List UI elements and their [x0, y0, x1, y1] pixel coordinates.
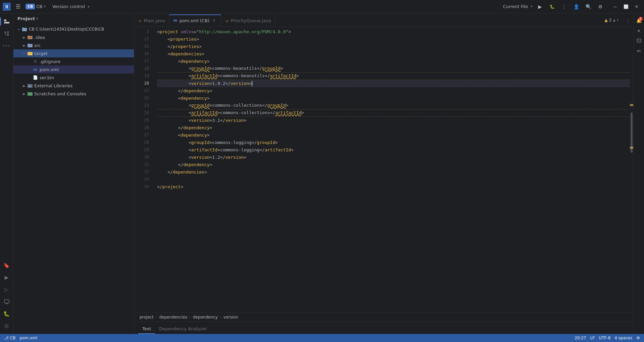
tab-priority-queue[interactable]: ☕ PriorityQueue.java	[221, 14, 276, 27]
tab-pom-xml[interactable]: m pom.xml (CB) ✕	[169, 14, 221, 27]
settings-button[interactable]: ⚙	[596, 2, 605, 11]
java-tab2-icon: ☕	[225, 18, 229, 23]
tab-close-pom-xml[interactable]: ✕	[211, 18, 217, 23]
line-numbers: 2 11 15 16 17 18 19 20 21 22 23 24 25 26…	[134, 27, 152, 312]
activity-bottom: 🔖 ▶ ▷ 🐛 ◎	[1, 260, 12, 331]
hamburger-menu[interactable]: ☰	[13, 2, 23, 11]
ln-22: 22	[136, 95, 149, 102]
tab-main-java[interactable]: ☕ Main.java	[134, 14, 169, 27]
external-libs-icon: 📚	[27, 83, 33, 89]
warning-triangle-icon: ▲	[604, 18, 607, 22]
more-options-button[interactable]: ⋮	[559, 2, 569, 11]
minimize-button[interactable]: —	[610, 2, 620, 11]
editor-area: ☕ Main.java m pom.xml (CB) ✕ ☕ PriorityQ…	[134, 13, 633, 334]
tree-item-target[interactable]: ▾ target	[13, 49, 134, 57]
svg-line-6	[5, 34, 7, 35]
tree-chevron-src-icon: ▶	[21, 43, 27, 48]
tab-more-button[interactable]: ⋮	[623, 14, 633, 27]
tree-item-scratches[interactable]: ▶ Scratches and Consoles	[13, 90, 134, 98]
account-icon[interactable]: 👤	[572, 2, 581, 11]
status-encoding[interactable]: UTF-8	[599, 336, 610, 340]
code-line-25: <version>3.1</version>	[157, 117, 630, 124]
activity-play-icon[interactable]: ▷	[1, 284, 12, 295]
right-maven-icon[interactable]: m	[635, 46, 643, 55]
status-position[interactable]: 20:27	[575, 336, 586, 340]
project-chevron-icon[interactable]: ▾	[44, 4, 46, 9]
code-line-26: </dependency>	[157, 124, 630, 132]
editor-scrollbar[interactable]	[630, 27, 633, 312]
tree-item-external-libs[interactable]: ▶ 📚 External Libraries	[13, 82, 134, 90]
tree-chevron-ext-icon: ▶	[21, 83, 27, 88]
titlebar-right: Current File ▾ ▶ 🐛 ⋮ 👤 🔍 ⚙ — ⬜ ✕	[503, 2, 641, 11]
notification-badge: 1	[639, 17, 643, 21]
status-indent[interactable]: 4 spaces	[614, 336, 632, 340]
sidebar-tree: ▾ CB C:\Users\14341\Desktop\CCCB\CB ▶ .i…	[13, 24, 134, 334]
breadcrumb-dependency[interactable]: dependency	[193, 315, 218, 320]
ln-23: 23	[136, 102, 149, 109]
version-control-menu[interactable]: Version control ▾	[50, 3, 92, 10]
tree-item-serbin[interactable]: ▶ 📄 ser.bin	[13, 74, 134, 82]
titlebar: IJ ☰ CB CB ▾ Version control ▾ Current F…	[0, 0, 644, 13]
warning-count: 2	[609, 18, 612, 22]
status-line-ending[interactable]: LF	[590, 336, 595, 340]
tree-label-external-libs: External Libraries	[34, 83, 131, 88]
code-line-11: <properties>	[157, 36, 630, 43]
tree-label-cb-root: CB C:\Users\14341\Desktop\CCCB\CB	[29, 27, 131, 32]
scratches-folder-icon	[27, 91, 33, 97]
tree-item-idea[interactable]: ▶ .idea	[13, 33, 134, 41]
status-left: ⎇ CB pom.xml	[4, 336, 37, 340]
activity-project-icon[interactable]	[1, 16, 12, 27]
breadcrumb-dependencies[interactable]: dependencies	[159, 315, 187, 320]
breadcrumb-project[interactable]: project	[140, 315, 154, 320]
status-bar: ⎇ CB pom.xml 20:27 LF UTF-8 4 spaces ⚙	[0, 334, 644, 342]
current-file-chevron-icon[interactable]: ▾	[531, 4, 533, 9]
activity-more-icon[interactable]: •••	[1, 40, 12, 51]
code-line-2: <project xmlns="http://maven.apache.org/…	[157, 28, 630, 36]
tab-text[interactable]: Text	[138, 324, 155, 334]
activity-debug-icon[interactable]: 🐛	[1, 308, 12, 319]
activity-git-icon[interactable]	[1, 28, 12, 39]
tree-item-src[interactable]: ▶ src	[13, 41, 134, 49]
tab-label-priority-queue: PriorityQueue.java	[231, 18, 271, 23]
maximize-button[interactable]: ⬜	[621, 2, 631, 11]
right-notifications-icon[interactable]: 🔔 1	[635, 16, 643, 25]
tree-label-target: target	[34, 51, 131, 56]
chevron-down-icon[interactable]: ▾	[617, 18, 618, 22]
scrollbar-marker-warn1	[630, 104, 633, 106]
activity-run-icon[interactable]: ▶	[1, 272, 12, 283]
breadcrumb: project › dependencies › dependency › ve…	[134, 312, 633, 322]
pom-file-icon: m	[32, 66, 38, 72]
git-branch-icon: ⎇	[4, 336, 9, 340]
activity-screen-icon[interactable]	[1, 296, 12, 307]
app-logo: IJ	[3, 3, 11, 11]
root-folder-icon	[21, 26, 28, 32]
ln-24: 24	[136, 109, 149, 117]
status-branch[interactable]: ⎇ CB	[4, 336, 15, 340]
breadcrumb-version[interactable]: version	[224, 315, 238, 320]
svg-point-3	[7, 34, 9, 36]
tree-item-pom[interactable]: ▶ m pom.xml	[13, 65, 134, 74]
ln-20: 20	[136, 80, 149, 87]
status-file[interactable]: pom.xml	[19, 336, 37, 340]
close-button[interactable]: ✕	[632, 2, 641, 11]
sidebar-header: Project ▾	[13, 13, 134, 24]
right-db-icon[interactable]	[635, 36, 643, 45]
tree-item-gitignore[interactable]: ▶ ⊘ .gitignore	[13, 57, 134, 65]
code-line-24: <artifactId>commons-collections</artifac…	[157, 109, 630, 117]
code-area[interactable]: <project xmlns="http://maven.apache.org/…	[152, 27, 630, 312]
tab-dependency-analyzer[interactable]: Dependency Analyzer	[155, 324, 211, 334]
tree-chevron-scratches-icon: ▶	[21, 91, 27, 96]
debug-button[interactable]: 🐛	[547, 2, 557, 11]
project-name[interactable]: CB	[36, 4, 42, 9]
svg-rect-23	[28, 92, 30, 93]
chevron-up-icon[interactable]: ▲	[613, 18, 615, 22]
search-button[interactable]: 🔍	[584, 2, 593, 11]
project-badge: CB	[26, 4, 35, 9]
activity-bookmark-icon[interactable]: 🔖	[1, 260, 12, 271]
svg-rect-16	[28, 44, 30, 45]
activity-git2-icon[interactable]: ◎	[1, 321, 12, 331]
right-bookmarks-icon[interactable]: ★	[635, 26, 643, 35]
run-button[interactable]: ▶	[535, 2, 545, 11]
tree-item-cb-root[interactable]: ▾ CB C:\Users\14341\Desktop\CCCB\CB	[13, 25, 134, 33]
status-settings-icon[interactable]: ⚙	[636, 336, 640, 340]
